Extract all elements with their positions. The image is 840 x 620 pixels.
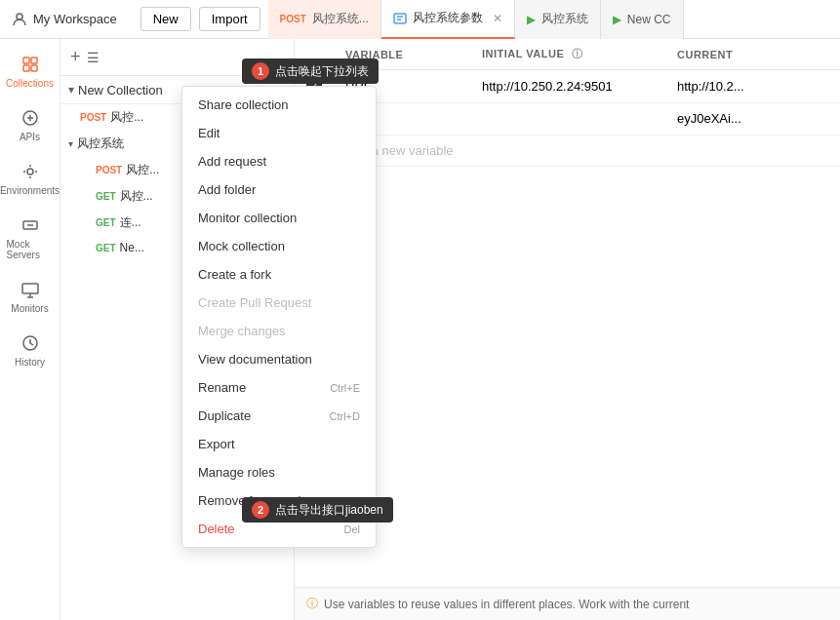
tab-env-label: 风控系统参数 [413,10,483,26]
initial-info-icon: ⓘ [572,48,583,59]
get-badge-3: GET [96,243,116,253]
env-icon [393,12,407,25]
collections-label: Collections [6,78,54,89]
svg-rect-1 [394,14,406,23]
main-content: Collections APIs Environments Mock Serve… [0,39,840,620]
annotation-num-1: 1 [252,62,269,80]
tab-post-request[interactable]: POST 风控系统... [268,0,381,39]
menu-item-edit[interactable]: Edit [182,119,376,147]
context-menu: Share collection Edit Add request Add fo… [181,86,377,548]
svg-rect-4 [23,58,29,63]
annotation-1: 1 点击唤起下拉列表 [242,58,379,84]
tab-play-label: 风控系统 [541,11,588,27]
sidebar-item-mock-servers[interactable]: Mock Servers [3,208,58,268]
duplicate-shortcut: Ctrl+D [330,410,360,422]
sidebar-item-collections[interactable]: Collections [3,47,58,97]
post-badge-2: POST [96,165,122,175]
tab-new-cc[interactable]: ▶ New CC [601,0,684,39]
svg-rect-5 [31,58,37,63]
tabs-area: POST 风控系统... 风控系统参数 ✕ ▶ 风控系统 ▶ New CC [268,0,828,39]
svg-point-9 [27,169,33,174]
tab-env-params[interactable]: 风控系统参数 ✕ [381,0,515,39]
bottom-bar-text: Use variables to reuse values in differe… [324,598,689,611]
menu-item-merge: Merge changes [182,317,376,345]
menu-item-pull-request: Create Pull Request [182,289,376,317]
menu-item-monitor[interactable]: Monitor collection [182,204,376,232]
sidebar-item-environments[interactable]: Environments [3,154,58,204]
col-header-current: CURRENT [665,39,840,70]
menu-item-fork[interactable]: Create a fork [182,260,376,289]
add-collection-button[interactable]: + [70,47,81,67]
get-badge-1: GET [96,191,116,202]
history-label: History [15,357,45,368]
menu-item-rename[interactable]: Rename Ctrl+E [182,373,376,402]
bottom-bar: ⓘ Use variables to reuse values in diffe… [295,587,840,620]
import-button[interactable]: Import [199,7,260,31]
apis-icon [20,108,40,128]
tab-close-button[interactable]: ✕ [493,12,502,25]
col-header-initial: INITIAL VALUE ⓘ [470,39,665,70]
apis-label: APIs [20,132,40,142]
add-variable-placeholder[interactable]: Add a new variable [334,136,840,167]
row-initial-2[interactable] [470,102,665,136]
monitors-label: Monitors [11,303,48,314]
svg-rect-7 [31,65,37,71]
sidebar-item-monitors[interactable]: Monitors [3,272,58,322]
menu-item-manage-roles[interactable]: Manage roles [182,458,376,486]
workspace-label: My Workspace [12,12,133,27]
mock-servers-label: Mock Servers [7,239,54,260]
menu-item-share[interactable]: Share collection [182,91,376,119]
workspace-name: My Workspace [33,12,117,26]
row-current-2[interactable]: eyJ0eXAi... [665,102,840,136]
delete-shortcut: Del [343,523,360,535]
menu-item-add-request[interactable]: Add request [182,147,376,175]
svg-point-0 [17,14,22,19]
mock-servers-icon [20,215,40,235]
annotation-text-1: 点击唤起下拉列表 [275,63,369,80]
info-icon: ⓘ [306,596,318,612]
annotation-2: 2 点击导出接口jiaoben [242,497,393,523]
sidebar-item-history[interactable]: History [3,326,58,375]
get-badge-2: GET [96,217,116,228]
row-initial-1[interactable]: http://10.250.2.24:9501 [470,70,665,103]
top-bar: My Workspace New Import POST 风控系统... 风控系… [0,0,840,39]
tab-label: 风控系统... [312,11,369,27]
filter-button[interactable]: ☰ [87,50,100,65]
row-current-1[interactable]: http://10.2... [665,70,840,103]
environments-label: Environments [0,185,60,196]
user-icon [12,12,27,27]
chevron-right-icon: ▾ [68,138,73,149]
monitors-icon [20,280,40,299]
tab-play[interactable]: ▶ 风控系统 [515,0,601,39]
post-badge: POST [80,112,106,123]
menu-item-duplicate[interactable]: Duplicate Ctrl+D [182,402,376,430]
menu-item-export[interactable]: Export [182,430,376,458]
environments-icon [20,162,40,181]
tab-new-label: New CC [627,13,671,26]
collections-icon [20,55,40,74]
play-icon: ▶ [527,13,536,26]
annotation-num-2: 2 [252,501,269,519]
svg-rect-6 [23,65,29,71]
tab-method-badge: POST [280,14,306,24]
annotation-text-2: 点击导出接口jiaoben [275,502,383,519]
menu-item-add-folder[interactable]: Add folder [182,175,376,204]
chevron-down-icon: ▾ [68,83,74,97]
svg-rect-12 [22,284,38,293]
rename-shortcut: Ctrl+E [330,382,360,394]
sidebar-icons: Collections APIs Environments Mock Serve… [0,39,60,620]
tab-new-icon: ▶ [613,13,621,26]
history-icon [20,333,40,353]
new-button[interactable]: New [140,7,191,31]
sidebar-item-apis[interactable]: APIs [3,100,58,150]
menu-item-mock[interactable]: Mock collection [182,232,376,260]
menu-item-docs[interactable]: View documentation [182,345,376,373]
